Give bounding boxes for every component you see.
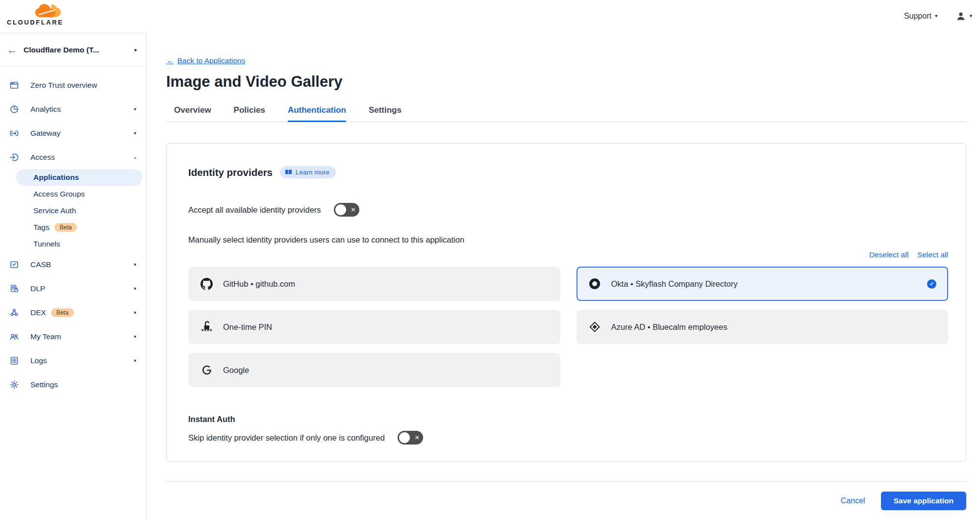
page-title: Image and Video Gallery (166, 73, 966, 91)
sidebar-item-service-auth[interactable]: Service Auth (0, 202, 146, 219)
provider-tile-one-time-pin[interactable]: **** One-time PIN (188, 310, 560, 344)
card-heading: Identity providers (188, 167, 273, 178)
accept-all-label: Accept all available identity providers (188, 205, 321, 215)
x-icon: ✕ (415, 435, 420, 441)
account-name: Cloudflare Demo (T... (24, 46, 132, 54)
chevron-down-icon: ▾ (969, 13, 972, 19)
footer-divider (166, 481, 966, 482)
main-content: ← Back to Applications Image and Video G… (147, 33, 980, 520)
dlp-icon (9, 284, 20, 294)
analytics-icon (9, 104, 20, 114)
chevron-down-icon: ▾ (134, 310, 136, 315)
dex-icon (9, 308, 20, 318)
sidebar-nav: Zero Trust overview Analytics ▾ (0, 67, 146, 396)
instant-auth-label: Skip identity provider selection if only… (188, 433, 385, 443)
select-all-link[interactable]: Select all (917, 250, 948, 259)
chevron-down-icon: ▾ (134, 334, 136, 339)
instant-auth-heading: Instant Auth (188, 415, 948, 424)
one-time-pin-icon: **** (200, 320, 213, 334)
sidebar: ← Cloudflare Demo (T... ▸ Zero Trust ove… (0, 33, 147, 520)
toggle-knob (399, 432, 410, 443)
chevron-down-icon: ▾ (134, 286, 136, 291)
access-subnav: Applications Access Groups Service Auth … (0, 169, 146, 252)
tab-authentication[interactable]: Authentication (288, 105, 346, 122)
logs-icon (9, 356, 20, 366)
tab-overview[interactable]: Overview (174, 105, 211, 122)
manual-select-text: Manually select identity providers users… (188, 235, 948, 245)
provider-tile-okta[interactable]: Okta • Skyflash Company Directory ✓ (577, 267, 949, 301)
okta-icon (588, 278, 602, 290)
sidebar-item-access[interactable]: Access ▴ (0, 145, 146, 169)
chevron-down-icon: ▾ (134, 106, 136, 112)
chevron-up-icon: ▴ (134, 154, 136, 160)
identity-providers-card: Identity providers Learn more Accept all… (166, 143, 966, 462)
sidebar-item-casb[interactable]: CASB ▾ (0, 252, 146, 276)
sidebar-item-analytics[interactable]: Analytics ▾ (0, 97, 146, 121)
support-menu[interactable]: Support ▾ (904, 12, 938, 21)
x-icon: ✕ (351, 207, 356, 213)
sidebar-item-logs[interactable]: Logs ▾ (0, 348, 146, 372)
tab-settings[interactable]: Settings (369, 105, 402, 122)
sidebar-item-gateway[interactable]: Gateway ▾ (0, 121, 146, 145)
book-icon (285, 169, 292, 175)
cloudflare-logo[interactable]: CLOUDFLARE (6, 2, 71, 27)
arrow-left-icon: ← (166, 56, 174, 65)
sidebar-item-tunnels[interactable]: Tunnels (0, 236, 146, 252)
chevron-right-icon[interactable]: ▸ (132, 45, 139, 55)
sidebar-item-access-groups[interactable]: Access Groups (0, 186, 146, 202)
user-menu[interactable]: ▾ (956, 11, 972, 21)
footer-actions: Cancel Save application (166, 492, 966, 510)
chevron-down-icon: ▾ (134, 130, 136, 136)
sidebar-account-header: ← Cloudflare Demo (T... ▸ (0, 33, 146, 67)
sidebar-item-settings[interactable]: Settings (0, 372, 146, 396)
access-icon (9, 152, 20, 162)
provider-grid: GitHub • github.com Okta • Skyflash Comp… (188, 267, 948, 387)
deselect-all-link[interactable]: Deselect all (869, 250, 908, 259)
sidebar-item-my-team[interactable]: My Team ▾ (0, 324, 146, 348)
gateway-icon (9, 128, 20, 138)
casb-icon (9, 260, 20, 270)
cloudflare-wordmark: CLOUDFLARE (7, 19, 64, 26)
beta-badge: Beta (54, 223, 77, 232)
provider-tile-google[interactable]: Google (188, 353, 560, 387)
provider-tile-azure-ad[interactable]: Azure AD • Bluecalm employees (577, 310, 949, 344)
beta-badge: Beta (51, 308, 74, 317)
learn-more-badge[interactable]: Learn more (280, 166, 336, 178)
back-arrow-icon[interactable]: ← (7, 44, 24, 56)
cancel-button[interactable]: Cancel (841, 496, 865, 505)
sidebar-item-dlp[interactable]: DLP ▾ (0, 276, 146, 300)
sidebar-item-dex[interactable]: DEXBeta ▾ (0, 300, 146, 324)
github-icon (200, 278, 213, 290)
tab-policies[interactable]: Policies (234, 105, 265, 122)
chevron-down-icon: ▾ (935, 13, 938, 19)
chevron-down-icon: ▾ (134, 358, 136, 363)
save-application-button[interactable]: Save application (881, 492, 966, 510)
svg-text:****: **** (201, 328, 212, 334)
instant-auth-toggle[interactable]: ✕ (398, 431, 423, 445)
overview-icon (9, 80, 20, 90)
sidebar-item-tags[interactable]: Tags Beta (0, 219, 146, 236)
user-icon (956, 11, 966, 21)
chevron-down-icon: ▾ (134, 262, 136, 267)
check-icon: ✓ (927, 279, 936, 289)
google-icon (200, 365, 213, 375)
toggle-knob (335, 204, 346, 215)
azure-ad-icon (588, 321, 602, 333)
cloudflare-cloud-icon (34, 3, 66, 19)
provider-tile-github[interactable]: GitHub • github.com (188, 267, 560, 301)
tab-bar: Overview Policies Authentication Setting… (166, 105, 966, 122)
back-to-applications-link[interactable]: ← Back to Applications (166, 56, 245, 65)
gear-icon (9, 380, 20, 390)
support-label: Support (904, 12, 931, 21)
accept-all-toggle[interactable]: ✕ (334, 203, 359, 217)
team-icon (9, 332, 20, 342)
sidebar-item-zero-trust-overview[interactable]: Zero Trust overview (0, 73, 146, 97)
sidebar-item-applications[interactable]: Applications (16, 169, 143, 186)
topbar: CLOUDFLARE Support ▾ ▾ (0, 0, 980, 33)
